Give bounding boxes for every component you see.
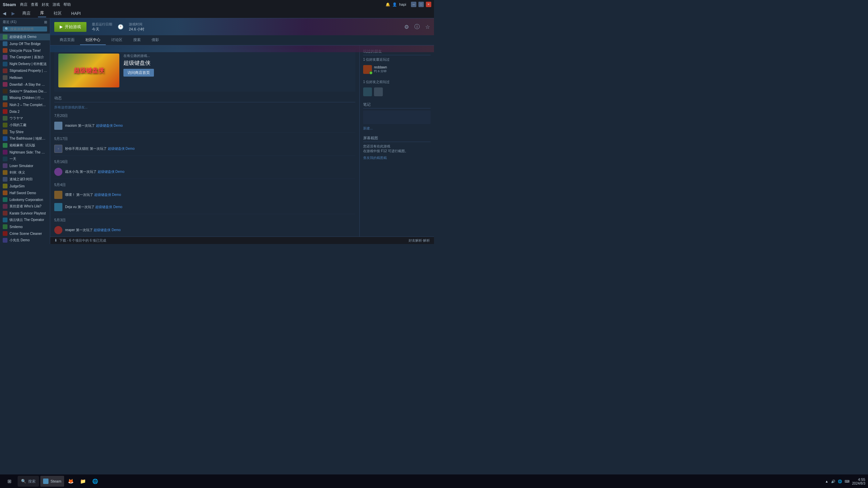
sidebar-item-smilemo[interactable]: Smilemo bbox=[0, 223, 50, 230]
last-run-label: 最后运行日期 bbox=[92, 22, 112, 27]
activity-text-reaper: reaper 第一次玩了 超级键盘侠 Demo bbox=[65, 228, 121, 232]
sidebar-item-crime-scene[interactable]: Crime Scene Cleaner bbox=[0, 230, 50, 237]
sidebar-item-my-workshop[interactable]: 小我的工廠 bbox=[0, 122, 50, 128]
sidebar-item-downfall[interactable]: Downfall - A Slay the Spire Fan E bbox=[0, 81, 50, 88]
user-maoism[interactable]: maoism bbox=[65, 124, 77, 127]
steam-logo: Steam bbox=[3, 2, 16, 7]
download-status: 下载 - 6 个项目中的 6 项已完成 bbox=[59, 238, 106, 243]
tab-community-hub[interactable]: 社区中心 bbox=[80, 35, 106, 45]
banner-store-button[interactable]: 访问商店首页 bbox=[123, 69, 154, 77]
sidebar-item-judgesim[interactable]: JudgeSim bbox=[0, 183, 50, 189]
back-button[interactable]: ◀ bbox=[3, 11, 6, 16]
activity-item-dejavu: Deja vu 第一次玩了 超级键盘侠 Demo bbox=[54, 202, 355, 212]
banner-game-title: 超级键盘侠 bbox=[123, 60, 351, 67]
sidebar-grid-toggle[interactable]: ⊞ bbox=[44, 20, 47, 24]
sidebar-item-ichi[interactable]: 一天 bbox=[0, 156, 50, 162]
friend-icon[interactable]: 👤 bbox=[392, 2, 397, 7]
notification-icon[interactable]: 🔔 bbox=[386, 2, 390, 7]
menu-item-help[interactable]: 帮助 bbox=[63, 2, 71, 7]
tab-store-page[interactable]: 商店页面 bbox=[54, 35, 80, 45]
navbar: ◀ ▶ 商店 库 社区 HAPI bbox=[0, 9, 434, 18]
menu-item-friends[interactable]: 好友 bbox=[42, 2, 49, 7]
sidebar-item-nioh2[interactable]: Nioh 2 – The Complete Edition bbox=[0, 101, 50, 108]
info-icon[interactable]: ⓘ bbox=[414, 23, 420, 30]
nav-username[interactable]: HAPI bbox=[69, 11, 83, 17]
last-run-value: 今天 bbox=[92, 27, 112, 32]
close-button[interactable]: ✕ bbox=[426, 2, 431, 7]
sidebar-item-jump-off-bridge[interactable]: Jump Off The Bridge bbox=[0, 40, 50, 47]
view-friends-screenshots-btn[interactable]: 查友我的截图截 bbox=[363, 156, 431, 160]
user-miowan[interactable]: 秒你不用太猖狂 bbox=[65, 147, 89, 150]
user-name[interactable]: hapi bbox=[399, 2, 406, 6]
menu-item-store[interactable]: 商店 bbox=[20, 2, 27, 7]
user-pupu[interactable]: 噗噗！ bbox=[65, 193, 75, 197]
activity-section: 动态 所有这些游戏的朋友... 7月20日 maoism 第一次玩了 超级键盘侠… bbox=[54, 96, 355, 244]
activity-item-reaper: reaper 第一次玩了 超级键盘侠 Demo bbox=[54, 225, 355, 236]
activity-title: 动态 bbox=[54, 96, 355, 102]
notes-title: 笔记 bbox=[363, 102, 431, 108]
sidebar-item-wandering-sword[interactable]: 剑侠: 侠义 bbox=[0, 169, 50, 176]
play-button[interactable]: ▶ 开始游戏 bbox=[54, 22, 86, 32]
sidebar-item-super-keyboard-demo[interactable]: 超级键盘侠 Demo bbox=[0, 34, 50, 40]
friend-avatar-reddawn bbox=[363, 65, 372, 74]
statusbar: ⬇ 下载 - 6 个项目中的 6 项已完成 好友解析·解析 bbox=[50, 237, 434, 244]
user-dejavu[interactable]: Deja vu bbox=[65, 205, 77, 209]
sidebar-item-lobotomy-corp[interactable]: Lobotomy Corporation bbox=[0, 196, 50, 203]
game-reaper[interactable]: 超级键盘侠 Demo bbox=[94, 228, 120, 232]
nav-library[interactable]: 库 bbox=[38, 9, 46, 17]
avatar-maoism bbox=[54, 122, 62, 130]
star-icon[interactable]: ☆ bbox=[425, 24, 430, 30]
sidebar-item-dota2[interactable]: Dota 2 bbox=[0, 108, 50, 115]
game-miowan[interactable]: 超级键盘侠 Demo bbox=[108, 147, 135, 150]
forward-button[interactable]: ▶ bbox=[12, 11, 15, 16]
sidebar-item-mr-demo[interactable]: 小先生 Demo bbox=[0, 237, 50, 244]
sidebar-item-caregiver[interactable]: The Caregiver | 喜加介 bbox=[0, 54, 50, 61]
nav-community[interactable]: 社区 bbox=[52, 10, 64, 17]
user-sushixiaoniao[interactable]: 疏水小鸟 bbox=[65, 170, 79, 174]
settings-icon[interactable]: ⚙ bbox=[404, 24, 409, 30]
friend-name-reddawn[interactable]: reddawn bbox=[374, 65, 387, 69]
sidebar-search-box[interactable]: 🔍 bbox=[3, 26, 47, 32]
menu-item-games[interactable]: 游戏 bbox=[53, 2, 60, 7]
menu-item-view[interactable]: 查看 bbox=[31, 2, 38, 7]
search-input[interactable] bbox=[10, 27, 45, 31]
friends-played-section: 1 位好友之前玩过 bbox=[363, 80, 431, 97]
notes-area[interactable] bbox=[363, 110, 431, 124]
maximize-button[interactable]: □ bbox=[418, 2, 424, 7]
sidebar-item-sekiro[interactable]: Sekiro™ Shadows Die Twice bbox=[0, 88, 50, 95]
tab-search[interactable]: 搜索 bbox=[128, 35, 146, 45]
sidebar-item-cloud-operator[interactable]: 镇云镇云 The Operator bbox=[0, 217, 50, 223]
sidebar-item-dungeon-mystery[interactable]: 迷城之谜3:何归 bbox=[0, 176, 50, 183]
sidebar-item-nightmare-side[interactable]: Nightmare Side: The Game bbox=[0, 149, 50, 156]
user-reaper[interactable]: reaper bbox=[65, 228, 75, 232]
sidebar-item-loser-simulator[interactable]: Loser Simulator bbox=[0, 162, 50, 169]
no-screenshots-msg: 您还没有在此游戏 在游戏中按 F12 可进行截图。 bbox=[363, 144, 431, 154]
activity-filter[interactable]: 所有这些游戏的朋友... bbox=[54, 105, 355, 110]
sidebar-item-helltown[interactable]: Helltown bbox=[0, 74, 50, 81]
sidebar-item-tcg-card-shop[interactable]: TCG Card Shop Simulator: Prolog bbox=[0, 244, 50, 244]
friend-avatar-unknown bbox=[363, 87, 372, 96]
sidebar-item-who-lila[interactable]: 英控是谁 Who's Lila? bbox=[0, 203, 50, 210]
banner-title-text: 超级键盘侠 bbox=[71, 64, 107, 77]
sidebar-item-urayama[interactable]: ウラヤマ bbox=[0, 115, 50, 122]
nav-store[interactable]: 商店 bbox=[20, 10, 33, 17]
game-maoism[interactable]: 超级键盘侠 Demo bbox=[96, 124, 123, 127]
sidebar-item-mahjong-tiles[interactable]: 箱根麻将: 试玩版 bbox=[0, 142, 50, 149]
game-dejavu[interactable]: 超级键盘侠 Demo bbox=[95, 205, 122, 209]
sidebar-item-missing-children[interactable]: Missing Children | 行方不明 bbox=[0, 95, 50, 101]
tab-shadow[interactable]: 倩影 bbox=[146, 35, 164, 45]
sidebar-item-karate-survivor[interactable]: Karate Survivor Playtest bbox=[0, 210, 50, 217]
sidebar-item-stigmatized[interactable]: Stigmatized Property | 喜加物件 bbox=[0, 67, 50, 74]
sidebar-item-half-sword-demo[interactable]: Half Sword Demo bbox=[0, 189, 50, 196]
sidebar-item-night-delivery[interactable]: Night Delivery | 邻外配送 bbox=[0, 61, 50, 67]
sidebar-item-unicycle-pizza[interactable]: Unicycle Pizza Time! bbox=[0, 47, 50, 54]
new-note-button[interactable]: 新建... bbox=[363, 126, 431, 131]
sidebar-item-bathhouse[interactable]: The Bathhouse | 地狱钱是 Restor bbox=[0, 135, 50, 142]
minimize-button[interactable]: ─ bbox=[411, 2, 416, 7]
last-run-info: 最后运行日期 今天 bbox=[92, 22, 112, 32]
game-pupu[interactable]: 超级键盘侠 Demo bbox=[94, 193, 121, 197]
sidebar-item-toy-shire[interactable]: Toy Shire bbox=[0, 128, 50, 135]
sidebar-section-label: 最近 (41) bbox=[3, 20, 17, 24]
tab-discussions[interactable]: 讨论区 bbox=[106, 35, 128, 45]
game-sushixiaoniao[interactable]: 超级键盘侠 Demo bbox=[98, 170, 124, 174]
